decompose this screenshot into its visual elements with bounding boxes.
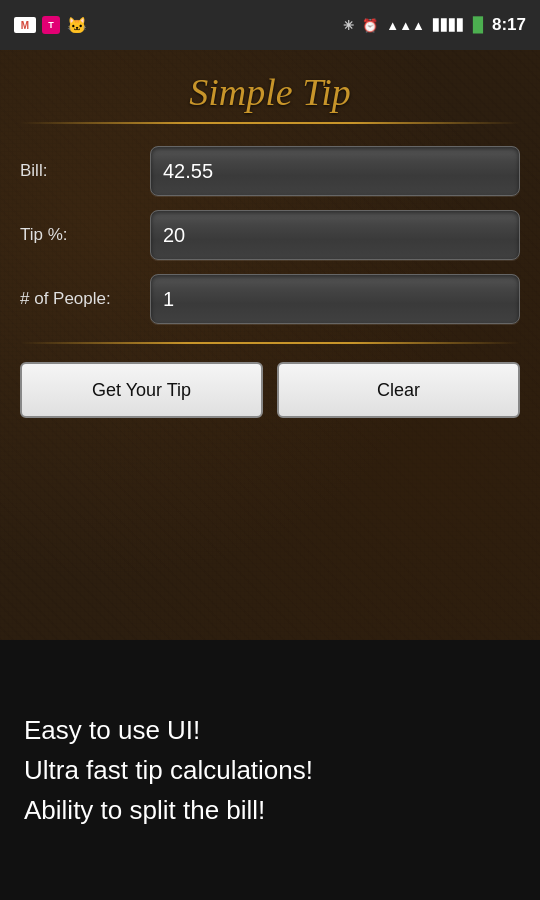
- tip-input[interactable]: [150, 210, 520, 260]
- status-time: 8:17: [492, 15, 526, 35]
- bill-input[interactable]: [150, 146, 520, 196]
- wifi-icon: ▲▲▲: [386, 18, 425, 33]
- description-line-1: Easy to use UI!: [24, 710, 516, 750]
- bear-icon: 🐱: [66, 16, 88, 34]
- tip-row: Tip %:: [20, 210, 520, 260]
- bill-row: Bill:: [20, 146, 520, 196]
- get-your-tip-button[interactable]: Get Your Tip: [20, 362, 263, 418]
- clear-button[interactable]: Clear: [277, 362, 520, 418]
- alarm-icon: ⏰: [362, 18, 378, 33]
- top-divider: [20, 122, 520, 124]
- app-title: Simple Tip: [20, 70, 520, 114]
- tip-label: Tip %:: [20, 225, 150, 245]
- status-left-icons: M T 🐱: [14, 16, 88, 34]
- bottom-divider: [20, 342, 520, 344]
- description-area: Easy to use UI! Ultra fast tip calculati…: [0, 640, 540, 900]
- status-bar: M T 🐱 ✳ ⏰ ▲▲▲ ▋▋▋▋ ▉ 8:17: [0, 0, 540, 50]
- signal-icon: ▋▋▋▋: [433, 19, 465, 32]
- tmobile-icon: T: [42, 16, 60, 34]
- people-row: # of People:: [20, 274, 520, 324]
- battery-icon: ▉: [473, 17, 484, 33]
- bill-label: Bill:: [20, 161, 150, 181]
- status-right-icons: ✳ ⏰ ▲▲▲ ▋▋▋▋ ▉ 8:17: [343, 15, 526, 35]
- description-line-2: Ultra fast tip calculations!: [24, 750, 516, 790]
- app-area: Simple Tip Bill: Tip %: # of People: Get…: [0, 50, 540, 640]
- people-label: # of People:: [20, 289, 150, 309]
- people-input[interactable]: [150, 274, 520, 324]
- description-line-3: Ability to split the bill!: [24, 790, 516, 830]
- description-text: Easy to use UI! Ultra fast tip calculati…: [24, 710, 516, 831]
- bluetooth-icon: ✳: [343, 18, 354, 33]
- buttons-row: Get Your Tip Clear: [20, 362, 520, 418]
- gmail-icon: M: [14, 17, 36, 33]
